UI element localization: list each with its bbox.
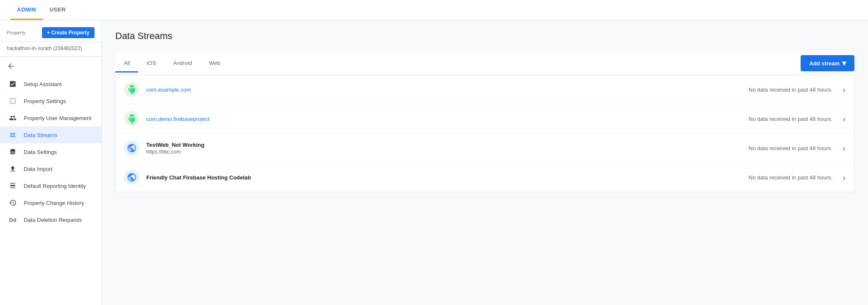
main-content: Data Streams All iOS Android Web Add str… [102, 20, 868, 305]
stream-info: com.example.com [146, 87, 738, 93]
stream-status: No data received in past 48 hours. [738, 87, 843, 93]
change-history-icon [8, 199, 17, 207]
back-button[interactable] [0, 57, 101, 76]
stream-row[interactable]: Friendly Chat Firebase Hosting Codelab N… [116, 163, 854, 192]
add-stream-label: Add stream [809, 60, 840, 67]
main-layout: Property + Create Property hackathon-in-… [0, 20, 868, 305]
data-import-icon [8, 165, 17, 173]
sidebar-item-data-streams[interactable]: Data Streams [0, 126, 101, 143]
sidebar-item-setup-assistant[interactable]: Setup Assistant [0, 76, 101, 92]
tab-web[interactable]: Web [200, 55, 229, 73]
stream-row[interactable]: com.example.com No data received in past… [116, 75, 854, 104]
web-icon [124, 140, 139, 156]
android-icon [124, 111, 139, 126]
stream-name: com.demo.firebaseproject [146, 116, 738, 122]
stream-status: No data received in past 48 hours. [738, 174, 843, 181]
data-settings-label: Data Settings [24, 149, 57, 155]
user-management-label: Property User Management [24, 115, 92, 121]
stream-status: No data received in past 48 hours. [738, 145, 843, 151]
stream-chevron-icon: › [843, 85, 846, 95]
stream-row[interactable]: com.demo.firebaseproject No data receive… [116, 104, 854, 134]
data-deletion-icon: Dd [8, 215, 17, 224]
page-title: Data Streams [115, 31, 854, 42]
setup-assistant-icon [8, 80, 17, 88]
stream-name: Friendly Chat Firebase Hosting Codelab [146, 174, 738, 181]
stream-info: Friendly Chat Firebase Hosting Codelab [146, 174, 738, 181]
android-icon [124, 82, 139, 97]
add-stream-chevron-icon: ▾ [842, 59, 846, 68]
property-name: hackathon-in-surath (238482022) [0, 42, 101, 57]
stream-tabs-bar: All iOS Android Web Add stream ▾ [115, 52, 854, 75]
tab-user[interactable]: USER [43, 0, 72, 20]
tab-all[interactable]: All [115, 55, 138, 73]
sidebar: Property + Create Property hackathon-in-… [0, 20, 102, 305]
default-reporting-identity-label: Default Reporting Identity [24, 183, 86, 189]
sidebar-property-header: Property + Create Property [0, 20, 101, 42]
property-settings-label: Property Settings [24, 98, 66, 104]
user-management-icon [8, 114, 17, 122]
stream-name: com.example.com [146, 87, 738, 93]
stream-info: com.demo.firebaseproject [146, 116, 738, 122]
sidebar-item-property-change-history[interactable]: Property Change History [0, 194, 101, 211]
sidebar-item-property-user-management[interactable]: Property User Management [0, 109, 101, 126]
property-label: Property [7, 30, 26, 35]
data-deletion-label: Data Deletion Requests [24, 217, 82, 223]
sidebar-item-default-reporting-identity[interactable]: Default Reporting Identity [0, 177, 101, 194]
tab-admin[interactable]: ADMIN [10, 0, 43, 20]
stream-tabs: All iOS Android Web [115, 55, 228, 72]
streams-list: com.example.com No data received in past… [115, 75, 854, 192]
stream-url: https://bbc.com [146, 149, 738, 155]
sidebar-item-data-import[interactable]: Data Import [0, 160, 101, 177]
property-settings-icon [8, 97, 17, 105]
back-arrow-icon [7, 62, 15, 70]
data-streams-label: Data Streams [24, 132, 57, 138]
sidebar-item-data-settings[interactable]: Data Settings [0, 143, 101, 160]
setup-assistant-label: Setup Assistant [24, 81, 62, 87]
add-stream-button[interactable]: Add stream ▾ [801, 55, 854, 71]
stream-name: TestWeb_Not Working [146, 142, 738, 148]
stream-chevron-icon: › [843, 143, 846, 153]
stream-status: No data received in past 48 hours. [738, 116, 843, 122]
top-nav: ADMIN USER [0, 0, 868, 20]
create-property-button[interactable]: + Create Property [42, 27, 95, 38]
stream-row[interactable]: TestWeb_Not Working https://bbc.com No d… [116, 134, 854, 163]
stream-chevron-icon: › [843, 173, 846, 182]
tab-ios[interactable]: iOS [138, 55, 164, 73]
property-change-history-label: Property Change History [24, 200, 84, 206]
stream-chevron-icon: › [843, 114, 846, 124]
web-icon [124, 170, 139, 185]
sidebar-item-data-deletion-requests[interactable]: Dd Data Deletion Requests [0, 211, 101, 228]
data-import-label: Data Import [24, 166, 53, 172]
data-streams-icon [8, 131, 17, 139]
data-settings-icon [8, 148, 17, 156]
reporting-identity-icon [8, 182, 17, 190]
tab-android[interactable]: Android [164, 55, 200, 73]
stream-info: TestWeb_Not Working https://bbc.com [146, 142, 738, 155]
sidebar-item-property-settings[interactable]: Property Settings [0, 92, 101, 109]
